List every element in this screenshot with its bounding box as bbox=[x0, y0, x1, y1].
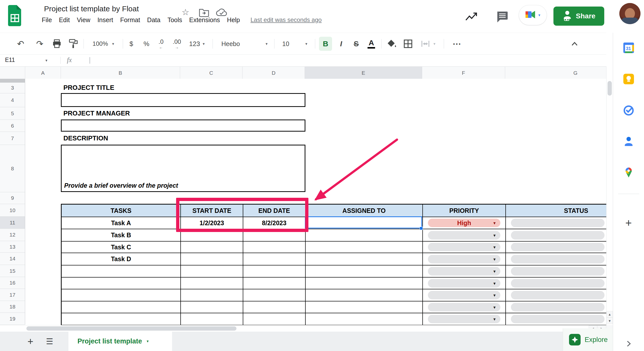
menu-extensions[interactable]: Extensions bbox=[186, 15, 223, 25]
project-manager-label[interactable]: PROJECT MANAGER bbox=[63, 107, 130, 120]
text-color-button[interactable]: A bbox=[365, 33, 378, 55]
number-format-button[interactable]: 123▼ bbox=[187, 33, 208, 55]
cell-start-date[interactable] bbox=[181, 265, 243, 278]
priority-dropdown[interactable]: High▼ bbox=[428, 219, 500, 227]
cell-task[interactable]: Task B bbox=[62, 229, 181, 242]
scroll-up-button[interactable]: ▲ bbox=[607, 311, 613, 318]
column-header-a[interactable]: A bbox=[25, 67, 61, 79]
project-title-input-cell[interactable] bbox=[61, 93, 305, 107]
row-header-8[interactable]: 8 bbox=[0, 145, 25, 192]
header-tasks[interactable]: TASKS bbox=[62, 205, 181, 217]
column-header-f[interactable]: F bbox=[422, 67, 505, 79]
row-header-10[interactable]: 10 bbox=[0, 204, 25, 217]
cell-assigned-to[interactable] bbox=[306, 253, 423, 265]
row-header-6[interactable]: 6 bbox=[0, 120, 25, 132]
collapse-side-panel-button[interactable] bbox=[623, 338, 635, 350]
status-dropdown[interactable] bbox=[511, 255, 605, 263]
priority-dropdown[interactable]: ▼ bbox=[428, 291, 500, 299]
cell-task[interactable]: Task D bbox=[62, 253, 181, 265]
font-size-select[interactable]: 10▼ bbox=[279, 33, 311, 55]
cell-assigned-to[interactable] bbox=[306, 265, 423, 278]
zoom-select[interactable]: 100%▼ bbox=[89, 33, 119, 55]
priority-dropdown[interactable]: ▼ bbox=[428, 267, 500, 276]
header-priority[interactable]: PRIORITY bbox=[423, 205, 506, 217]
bold-button[interactable]: B bbox=[318, 33, 333, 55]
column-header-g[interactable]: G bbox=[505, 67, 606, 79]
contacts-icon[interactable] bbox=[623, 135, 635, 147]
cell-assigned-to[interactable] bbox=[306, 289, 423, 301]
cell-start-date[interactable] bbox=[181, 301, 243, 313]
select-all-corner[interactable] bbox=[0, 67, 25, 79]
sheets-logo-icon[interactable] bbox=[8, 5, 22, 27]
cell-task[interactable] bbox=[62, 301, 181, 313]
header-status[interactable]: STATUS bbox=[506, 205, 606, 217]
calendar-icon[interactable]: 31 bbox=[623, 42, 635, 54]
cell-task[interactable]: Task A bbox=[62, 217, 181, 229]
format-percent-button[interactable]: % bbox=[141, 33, 152, 55]
row-header-11[interactable]: 11 bbox=[0, 217, 25, 229]
name-box[interactable]: E11 bbox=[5, 57, 15, 63]
status-dropdown[interactable] bbox=[511, 315, 605, 323]
cell-start-date[interactable] bbox=[181, 289, 243, 301]
redo-button[interactable]: ↷ bbox=[34, 33, 46, 55]
print-button[interactable] bbox=[51, 33, 63, 55]
cell-end-date[interactable]: 8/2/2023 bbox=[243, 217, 306, 229]
get-add-ons-button[interactable]: + bbox=[623, 217, 635, 229]
row-header-13[interactable]: 13 bbox=[0, 241, 25, 253]
cell-start-date[interactable] bbox=[181, 278, 243, 289]
status-dropdown[interactable] bbox=[511, 279, 605, 288]
tasks-icon[interactable] bbox=[623, 104, 635, 116]
scroll-down-button[interactable]: ▼ bbox=[607, 318, 613, 324]
cell-end-date[interactable] bbox=[243, 265, 306, 278]
project-manager-input-cell[interactable] bbox=[61, 120, 305, 132]
menu-insert[interactable]: Insert bbox=[94, 15, 117, 25]
all-sheets-button[interactable]: ☰ bbox=[43, 335, 56, 348]
cell-task[interactable]: Task C bbox=[62, 242, 181, 253]
spreadsheet-grid[interactable]: 3 4 5 6 7 8 9 10 11 12 13 14 15 16 17 18… bbox=[0, 79, 606, 325]
keep-icon[interactable] bbox=[623, 73, 635, 85]
column-header-b[interactable]: B bbox=[61, 67, 180, 79]
column-header-d[interactable]: D bbox=[243, 67, 305, 79]
vertical-scrollbar-thumb[interactable] bbox=[608, 81, 612, 96]
priority-dropdown[interactable]: ▼ bbox=[428, 315, 500, 323]
status-dropdown[interactable] bbox=[511, 243, 605, 251]
header-end-date[interactable]: END DATE bbox=[243, 205, 306, 217]
row-header-18[interactable]: 18 bbox=[0, 301, 25, 313]
explore-button[interactable]: Explore bbox=[563, 328, 613, 351]
row-header-3[interactable]: 3 bbox=[0, 83, 25, 93]
document-title[interactable]: Project list template by Float bbox=[44, 5, 139, 13]
header-start-date[interactable]: START DATE bbox=[181, 205, 243, 217]
status-dropdown[interactable] bbox=[511, 303, 605, 311]
row-header-9[interactable]: 9 bbox=[0, 192, 25, 204]
cell-start-date[interactable]: 1/2/2023 bbox=[181, 217, 243, 229]
cell-end-date[interactable] bbox=[243, 313, 306, 325]
comment-icon[interactable] bbox=[496, 11, 509, 25]
project-title-label[interactable]: PROJECT TITLE bbox=[63, 82, 114, 93]
sheet-tab-active[interactable]: Project list template ▼ bbox=[68, 332, 172, 351]
priority-dropdown[interactable]: ▼ bbox=[428, 243, 500, 251]
paint-format-button[interactable] bbox=[67, 33, 79, 55]
row-header-7[interactable]: 7 bbox=[0, 132, 25, 145]
status-dropdown[interactable] bbox=[511, 267, 605, 276]
cell-start-date[interactable] bbox=[181, 313, 243, 325]
maps-icon[interactable] bbox=[623, 166, 635, 178]
cell-task[interactable] bbox=[62, 278, 181, 289]
strikethrough-button[interactable]: S bbox=[350, 33, 362, 55]
hidden-rows-indicator[interactable] bbox=[0, 79, 25, 83]
row-header-17[interactable]: 17 bbox=[0, 289, 25, 301]
row-header-4[interactable]: 4 bbox=[0, 93, 25, 107]
row-header-12[interactable]: 12 bbox=[0, 229, 25, 241]
avatar[interactable] bbox=[619, 3, 640, 24]
column-header-c[interactable]: C bbox=[180, 67, 243, 79]
priority-dropdown[interactable]: ▼ bbox=[428, 279, 500, 288]
row-header-16[interactable]: 16 bbox=[0, 277, 25, 289]
status-dropdown[interactable] bbox=[511, 291, 605, 299]
cell-assigned-to[interactable] bbox=[306, 229, 423, 242]
menu-help[interactable]: Help bbox=[223, 15, 243, 25]
priority-dropdown[interactable]: ▼ bbox=[428, 255, 500, 263]
horizontal-scrollbar-thumb[interactable] bbox=[26, 326, 236, 331]
cell-end-date[interactable] bbox=[243, 253, 306, 265]
menu-edit[interactable]: Edit bbox=[55, 15, 73, 25]
status-dropdown[interactable] bbox=[511, 219, 605, 227]
cell-end-date[interactable] bbox=[243, 289, 306, 301]
